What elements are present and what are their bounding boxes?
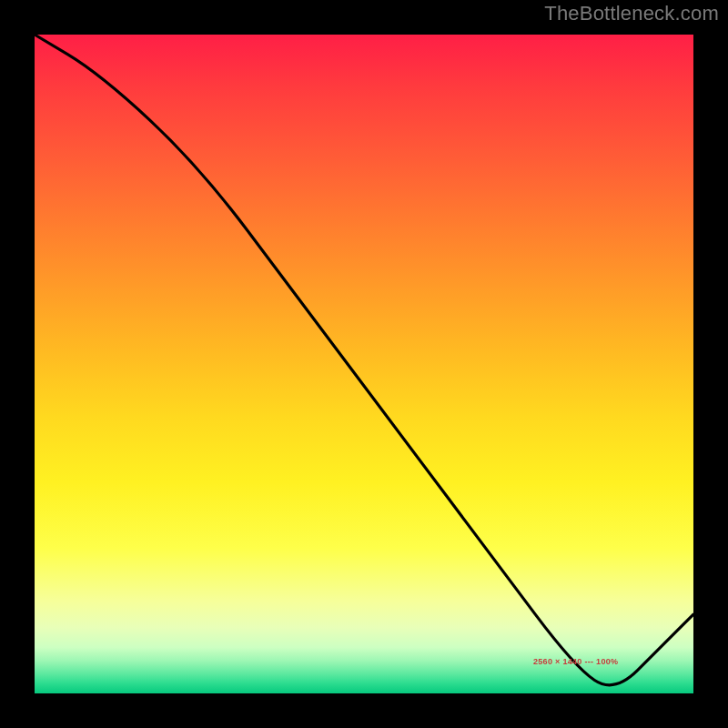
curve-path bbox=[35, 35, 693, 685]
watermark-text: TheBottleneck.com bbox=[544, 2, 719, 25]
resolution-marker-label: 2560 × 1440 --- 100% bbox=[533, 657, 618, 666]
chart-container: TheBottleneck.com 2560 × 1440 --- 100% bbox=[0, 0, 728, 728]
bottleneck-curve bbox=[35, 35, 693, 693]
plot-frame: 2560 × 1440 --- 100% bbox=[32, 32, 696, 696]
